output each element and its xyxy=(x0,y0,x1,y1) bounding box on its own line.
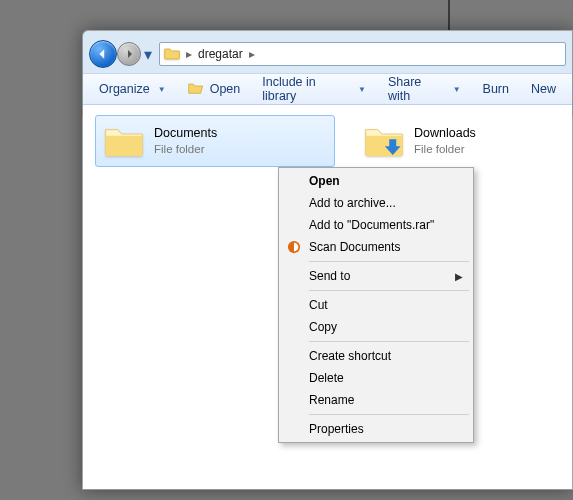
ctx-add-archive[interactable]: Add to archive... xyxy=(281,192,471,214)
forward-button[interactable] xyxy=(117,42,141,66)
ctx-label: Send to xyxy=(309,269,350,283)
crumb-sep-icon: ▸ xyxy=(186,47,192,61)
context-menu: Open Add to archive... Add to "Documents… xyxy=(278,167,474,443)
organize-button[interactable]: Organize ▼ xyxy=(93,80,172,98)
organize-label: Organize xyxy=(99,82,150,96)
recent-dropdown[interactable]: ▾ xyxy=(141,45,155,64)
tile-sub: File folder xyxy=(414,142,476,156)
burn-label: Burn xyxy=(483,82,509,96)
open-button[interactable]: Open xyxy=(182,79,247,100)
submenu-arrow-icon: ▶ xyxy=(455,271,463,282)
ctx-label: Cut xyxy=(309,298,328,312)
crumb-sep-icon: ▸ xyxy=(249,47,255,61)
ctx-label: Create shortcut xyxy=(309,349,391,363)
ctx-separator xyxy=(309,341,469,342)
ctx-delete[interactable]: Delete xyxy=(281,367,471,389)
ctx-separator xyxy=(309,414,469,415)
arrow-left-icon xyxy=(97,48,109,60)
ctx-separator xyxy=(309,290,469,291)
ctx-label: Scan Documents xyxy=(309,240,400,254)
tile-sub: File folder xyxy=(154,142,217,156)
ctx-label: Add to "Documents.rar" xyxy=(309,218,434,232)
nav-buttons: ▾ xyxy=(89,40,155,68)
tile-name: Downloads xyxy=(414,126,476,142)
share-with-button[interactable]: Share with ▼ xyxy=(382,73,467,105)
folder-icon xyxy=(164,45,180,64)
chevron-down-icon: ▼ xyxy=(453,85,461,94)
breadcrumb-segment[interactable]: dregatar xyxy=(198,47,243,61)
address-bar[interactable]: ▸ dregatar ▸ xyxy=(159,42,566,66)
folder-open-icon xyxy=(188,81,204,98)
ctx-sendto[interactable]: Send to ▶ xyxy=(281,265,471,287)
ctx-properties[interactable]: Properties xyxy=(281,418,471,440)
shield-icon xyxy=(286,239,302,255)
ctx-label: Open xyxy=(309,174,340,188)
ctx-cut[interactable]: Cut xyxy=(281,294,471,316)
chevron-down-icon: ▼ xyxy=(158,85,166,94)
ctx-shortcut[interactable]: Create shortcut xyxy=(281,345,471,367)
ctx-separator xyxy=(309,261,469,262)
tile-meta: Downloads File folder xyxy=(414,126,476,156)
new-folder-button[interactable]: New xyxy=(525,80,562,98)
nav-row: ▾ ▸ dregatar ▸ xyxy=(83,39,572,73)
folder-icon xyxy=(102,121,146,161)
ctx-label: Properties xyxy=(309,422,364,436)
ctx-scan[interactable]: Scan Documents xyxy=(281,236,471,258)
tile-meta: Documents File folder xyxy=(154,126,217,156)
background-artifact xyxy=(448,0,450,33)
folder-tile-documents[interactable]: Documents File folder xyxy=(95,115,335,167)
ctx-copy[interactable]: Copy xyxy=(281,316,471,338)
new-label: New xyxy=(531,82,556,96)
folder-icon xyxy=(362,121,406,161)
burn-button[interactable]: Burn xyxy=(477,80,515,98)
chevron-down-icon: ▼ xyxy=(358,85,366,94)
ctx-label: Add to archive... xyxy=(309,196,396,210)
ctx-label: Copy xyxy=(309,320,337,334)
toolbar: Organize ▼ Open Include in library ▼ Sha… xyxy=(83,73,572,105)
ctx-label: Rename xyxy=(309,393,354,407)
ctx-label: Delete xyxy=(309,371,344,385)
open-label: Open xyxy=(210,82,241,96)
folder-tile-downloads[interactable]: Downloads File folder xyxy=(355,115,535,167)
share-label: Share with xyxy=(388,75,445,103)
include-library-button[interactable]: Include in library ▼ xyxy=(256,73,372,105)
back-button[interactable] xyxy=(89,40,117,68)
include-label: Include in library xyxy=(262,75,350,103)
tile-name: Documents xyxy=(154,126,217,142)
arrow-right-icon xyxy=(124,49,134,59)
ctx-rename[interactable]: Rename xyxy=(281,389,471,411)
ctx-add-rar[interactable]: Add to "Documents.rar" xyxy=(281,214,471,236)
ctx-open[interactable]: Open xyxy=(281,170,471,192)
